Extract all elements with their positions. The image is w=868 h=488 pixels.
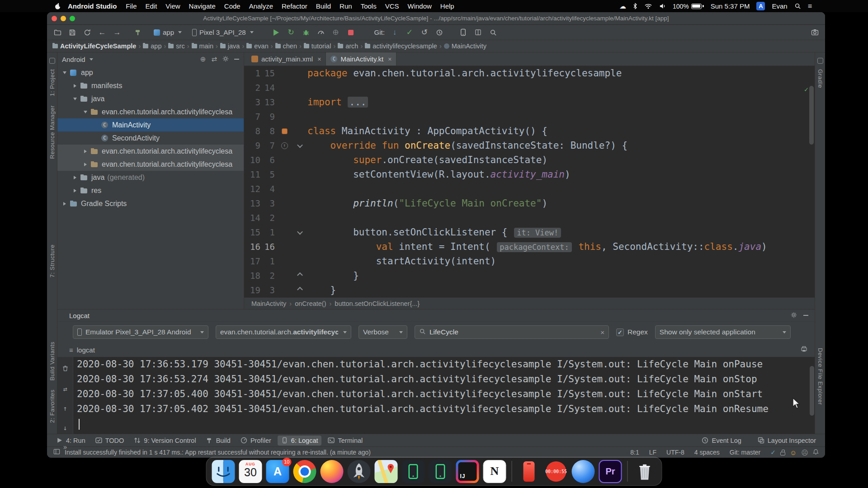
project-tree-row-mainactivity[interactable]: MainActivity xyxy=(57,118,244,131)
tree-expand-arrow[interactable] xyxy=(71,171,80,184)
tool-window-button-2-favorites[interactable]: 2: Favorites xyxy=(49,389,56,423)
override-marker-icon[interactable]: ↑ xyxy=(281,142,288,149)
breadcrumb-item-activitylifecyclesample[interactable]: ActivityLifeCycleSample xyxy=(52,42,136,50)
project-view-selector[interactable]: Android xyxy=(62,56,85,63)
project-tree-row-java[interactable]: java(generated) xyxy=(57,171,244,184)
code-line-1[interactable]: 115package evan.chen.tutorial.arch.activ… xyxy=(244,66,815,80)
menubar-menu-code[interactable]: Code xyxy=(224,2,241,10)
menubar-menu-tools[interactable]: Tools xyxy=(361,2,377,10)
device-selector[interactable]: Pixel 3_API_28 xyxy=(189,28,256,37)
editor-breadcrumb-oncreate[interactable]: onCreate() xyxy=(295,300,326,307)
log-level-selector[interactable]: Verbose xyxy=(359,325,407,339)
log-entry[interactable]: 2020-08-30 17:37:05.402 30451-30451/evan… xyxy=(77,402,815,417)
project-tree-row-evan-chen-tutorial-arch-activitylifecyclesa[interactable]: evan.chen.tutorial.arch.activitylifecycl… xyxy=(57,145,244,158)
git-commit-icon[interactable]: ✓ xyxy=(405,28,415,38)
apple-menu-icon[interactable] xyxy=(54,3,61,10)
logcat-process-selector[interactable]: evan.chen.tutorial.arch.activitylifecycl… xyxy=(216,325,351,339)
code-line-14[interactable]: 142 xyxy=(244,211,815,225)
dock-icon-chrome[interactable] xyxy=(293,460,316,483)
search-everywhere-icon[interactable] xyxy=(488,28,498,38)
code-line-11[interactable]: 115 setContentView(R.layout.activity_mai… xyxy=(244,167,815,182)
breadcrumb-item-java[interactable]: java xyxy=(220,42,240,50)
code-line-15[interactable]: 151 button.setOnClickListener { it: View… xyxy=(244,225,815,239)
profile-button[interactable] xyxy=(316,28,326,38)
more-actions-icon[interactable]: » xyxy=(63,440,67,455)
tree-expand-arrow[interactable] xyxy=(60,66,69,79)
logcat-print-icon[interactable] xyxy=(801,346,807,354)
search-input[interactable] xyxy=(429,328,597,336)
spotlight-search-icon[interactable] xyxy=(794,3,801,9)
input-source-badge[interactable]: A xyxy=(756,2,765,10)
breadcrumb-item-tutorial[interactable]: tutorial xyxy=(304,42,331,50)
clear-logcat-icon[interactable] xyxy=(62,362,69,377)
tool-button-event-log[interactable]: Event Log xyxy=(698,436,745,446)
project-tree-row-res[interactable]: res xyxy=(57,184,244,197)
attach-debugger-icon[interactable] xyxy=(331,28,341,38)
sync-icon[interactable] xyxy=(82,28,92,38)
regex-checkbox-checked[interactable] xyxy=(616,328,624,336)
close-tab-icon[interactable]: × xyxy=(317,56,321,63)
battery-indicator[interactable]: 100% xyxy=(673,3,704,10)
breadcrumb-item-chen[interactable]: chen xyxy=(275,42,297,50)
dock-icon-phone-mirror[interactable] xyxy=(518,460,541,483)
instant-run-icon[interactable]: ✓ xyxy=(770,449,776,456)
tool-window-button-7-structure[interactable]: 7: Structure xyxy=(49,244,56,277)
tree-expand-arrow[interactable] xyxy=(60,197,69,210)
menubar-menu-analyze[interactable]: Analyze xyxy=(249,2,273,10)
menubar-menu-run[interactable]: Run xyxy=(340,2,352,10)
code-editor[interactable]: 115package evan.chen.tutorial.arch.activ… xyxy=(244,66,815,297)
tree-expand-arrow[interactable] xyxy=(81,158,90,171)
editor-tab-activity-main-xml[interactable]: activity_main.xml× xyxy=(247,52,326,66)
tree-expand-arrow[interactable] xyxy=(81,145,90,158)
toolwindow-switcher-icon[interactable] xyxy=(53,448,60,456)
minimize-window-button[interactable] xyxy=(61,16,66,21)
log-entry[interactable]: 2020-08-30 17:37:05.400 30451-30451/evan… xyxy=(77,387,815,402)
file-encoding[interactable]: UTF-8 xyxy=(666,449,684,456)
dock-icon-firefox[interactable] xyxy=(321,460,344,483)
run-button[interactable] xyxy=(271,28,281,38)
breadcrumb-item-src[interactable]: src xyxy=(168,42,184,50)
breadcrumb-item-app[interactable]: app xyxy=(143,42,161,50)
dock-icon-google-maps[interactable] xyxy=(375,460,398,483)
menubar-menu-navigate[interactable]: Navigate xyxy=(189,2,216,10)
gear-icon[interactable] xyxy=(791,312,797,319)
dock-icon-calendar[interactable]: AUG30 xyxy=(239,460,262,483)
menubar-menu-window[interactable]: Window xyxy=(408,2,432,10)
editor-breadcrumb-button-setonclicklistener[interactable]: button.setOnClickListener{...} xyxy=(335,300,420,307)
git-update-icon[interactable]: ↓ xyxy=(390,28,400,38)
happy-feedback-icon[interactable]: ☺ xyxy=(790,449,797,456)
sad-feedback-icon[interactable]: ☹ xyxy=(801,449,808,456)
dock-icon-blue-sphere-app[interactable] xyxy=(572,460,595,483)
scroll-to-end-icon[interactable]: ↓ xyxy=(63,421,67,436)
log-entry[interactable]: 2020-08-30 17:36:53.179 30451-30451/evan… xyxy=(77,357,815,372)
menubar-menu-build[interactable]: Build xyxy=(316,2,331,10)
layout-validation-icon[interactable] xyxy=(473,28,483,38)
menubar-app-name[interactable]: Android Studio xyxy=(68,2,117,10)
locate-file-icon[interactable]: ⊕ xyxy=(200,55,206,63)
menubar-menu-view[interactable]: View xyxy=(165,2,180,10)
tool-window-button-gradle[interactable]: Gradle xyxy=(817,69,824,88)
project-tree-row-secondactivity[interactable]: SecondActivity xyxy=(57,131,244,145)
dock-icon-intellij-idea[interactable]: IJ xyxy=(456,460,479,483)
breadcrumb-item-mainactivity[interactable]: MainActivity xyxy=(444,42,486,50)
editor-breadcrumb-mainactivity[interactable]: MainActivity xyxy=(251,300,286,307)
dock-icon-premiere-pro[interactable]: Pr xyxy=(599,460,622,483)
fold-down-icon[interactable] xyxy=(297,142,303,148)
save-all-icon[interactable] xyxy=(67,28,77,38)
project-tree-row-evan-chen-tutorial-arch-activitylifecyclesa[interactable]: evan.chen.tutorial.arch.activitylifecycl… xyxy=(57,105,244,118)
menubar-menu-vcs[interactable]: VCS xyxy=(385,2,399,10)
volume-icon[interactable] xyxy=(659,3,666,9)
code-line-17[interactable]: 171 startActivity(intent) xyxy=(244,254,815,268)
tool-button-layout-inspector[interactable]: Layout Inspector xyxy=(754,436,820,446)
fold-up-icon[interactable] xyxy=(297,272,303,278)
regex-option[interactable]: Regex xyxy=(616,328,648,336)
code-line-19[interactable]: 193 } xyxy=(244,283,815,297)
project-tree-row-gradle-scripts[interactable]: Gradle Scripts xyxy=(57,197,244,210)
dock-icon-rocket-app[interactable] xyxy=(348,460,371,483)
back-icon[interactable]: ← xyxy=(97,28,107,38)
logcat-search-field[interactable]: × xyxy=(415,325,609,339)
logcat-device-selector[interactable]: Emulator Pixel_3_API_28 Android xyxy=(73,325,208,339)
tool-button-4-run[interactable]: 4: Run xyxy=(52,436,89,446)
project-tree-row-app[interactable]: app xyxy=(57,66,244,79)
wifi-icon[interactable] xyxy=(644,3,652,9)
